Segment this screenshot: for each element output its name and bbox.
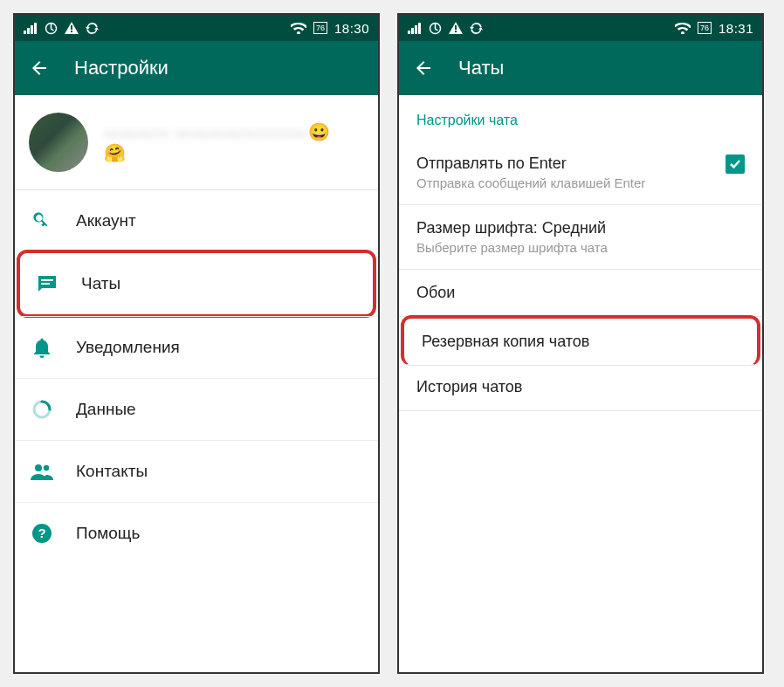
- wifi-icon: [675, 22, 691, 34]
- menu-item-chats[interactable]: Чаты: [17, 250, 376, 318]
- key-icon: [31, 210, 53, 232]
- help-icon: ?: [31, 522, 53, 545]
- appbar: Чаты: [399, 41, 762, 95]
- menu-item-contacts[interactable]: Контакты: [15, 440, 378, 502]
- statusbar: 76 18:31: [399, 15, 762, 41]
- menu-item-notifications[interactable]: Уведомления: [15, 316, 378, 378]
- setting-title: Отправлять по Enter: [416, 155, 645, 173]
- contacts-icon: [31, 460, 53, 483]
- battery-level: 76: [316, 24, 325, 32]
- battery-level: 76: [700, 24, 709, 32]
- svg-rect-15: [411, 28, 414, 34]
- menu-item-help[interactable]: ? Помощь: [15, 502, 378, 564]
- phone-settings: 76 18:30 Настройки ———— ————————😀 🤗 Акка…: [13, 13, 380, 674]
- statusbar-time: 18:31: [719, 21, 753, 36]
- setting-title: История чатов: [416, 378, 745, 396]
- phone-chats-settings: 76 18:31 Чаты Настройки чата Отправлять …: [397, 13, 764, 674]
- status-icon-1: [45, 22, 58, 35]
- svg-rect-5: [71, 25, 72, 30]
- appbar-title: Настройки: [74, 57, 168, 79]
- statusbar-time: 18:30: [334, 21, 369, 36]
- statusbar: 76 18:30: [15, 15, 378, 41]
- sync-icon: [86, 22, 99, 35]
- signal-icon: [24, 23, 38, 34]
- battery-icon: 76: [698, 22, 712, 34]
- back-button[interactable]: [413, 58, 434, 79]
- checkbox-checked-icon[interactable]: [726, 155, 745, 174]
- svg-rect-16: [415, 25, 417, 34]
- status-icon-1: [429, 22, 442, 35]
- svg-rect-8: [41, 283, 50, 285]
- setting-subtitle: Отправка сообщений клавишей Enter: [416, 175, 645, 190]
- setting-font-size[interactable]: Размер шрифта: Средний Выберите размер ш…: [399, 205, 762, 270]
- setting-title: Обои: [416, 284, 745, 302]
- menu-label: Чаты: [81, 274, 120, 293]
- battery-icon: 76: [313, 22, 327, 34]
- svg-rect-0: [24, 31, 26, 34]
- svg-rect-2: [31, 25, 33, 34]
- warning-icon: [449, 22, 463, 34]
- profile-name: ———— ————————😀 🤗: [104, 121, 364, 163]
- bell-icon: [31, 336, 53, 359]
- warning-icon: [65, 22, 79, 34]
- svg-rect-6: [71, 31, 72, 32]
- menu-label: Контакты: [76, 462, 148, 481]
- menu-label: Аккаунт: [76, 211, 136, 230]
- wifi-icon: [291, 22, 306, 34]
- menu-item-account[interactable]: Аккаунт: [15, 190, 378, 251]
- svg-rect-20: [455, 31, 457, 32]
- setting-backup[interactable]: Резервная копия чатов: [401, 315, 760, 366]
- svg-text:?: ?: [38, 526, 45, 540]
- sync-icon: [470, 22, 483, 35]
- svg-rect-3: [34, 23, 37, 34]
- data-usage-icon: [31, 398, 53, 421]
- setting-subtitle: Выберите размер шрифта чата: [416, 240, 678, 255]
- signal-icon: [408, 23, 422, 34]
- section-header: Настройки чата: [399, 95, 762, 141]
- chat-icon: [36, 272, 58, 295]
- svg-point-10: [35, 464, 42, 471]
- setting-title: Размер шрифта: Средний: [416, 219, 745, 237]
- svg-rect-7: [41, 279, 53, 281]
- svg-rect-17: [418, 23, 421, 34]
- back-button[interactable]: [29, 58, 50, 79]
- menu-label: Данные: [76, 400, 136, 419]
- appbar: Настройки: [15, 41, 378, 95]
- svg-point-11: [44, 465, 49, 471]
- menu-label: Помощь: [76, 524, 140, 543]
- setting-title: Резервная копия чатов: [422, 333, 739, 351]
- appbar-title: Чаты: [458, 57, 504, 79]
- menu-label: Уведомления: [76, 338, 180, 357]
- svg-rect-1: [27, 28, 30, 34]
- menu-item-data[interactable]: Данные: [15, 378, 378, 440]
- profile-row[interactable]: ———— ————————😀 🤗: [15, 95, 378, 190]
- setting-enter-send[interactable]: Отправлять по Enter Отправка сообщений к…: [399, 141, 762, 205]
- setting-history[interactable]: История чатов: [399, 364, 762, 411]
- setting-wallpaper[interactable]: Обои: [399, 270, 762, 317]
- svg-rect-14: [408, 31, 410, 34]
- avatar: [29, 113, 88, 172]
- svg-rect-19: [455, 25, 457, 30]
